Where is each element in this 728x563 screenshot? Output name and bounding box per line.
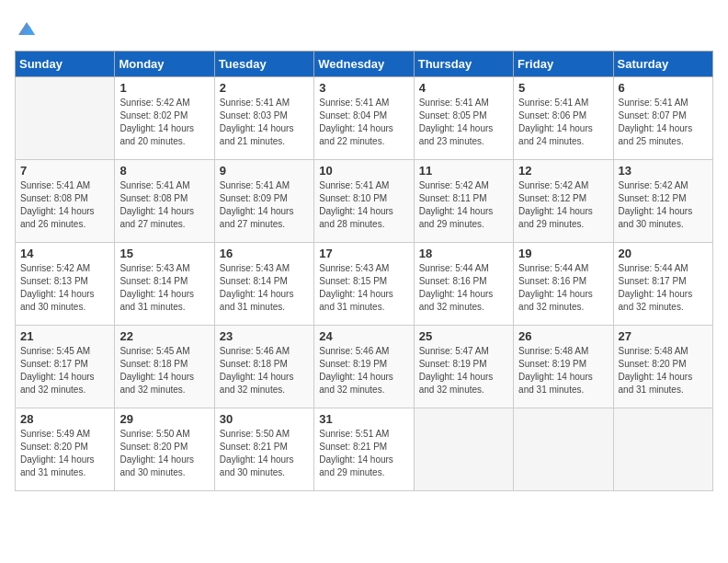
calendar-cell: 11Sunrise: 5:42 AM Sunset: 8:11 PM Dayli… [414, 160, 513, 243]
day-detail: Sunrise: 5:44 AM Sunset: 8:16 PM Dayligh… [419, 262, 508, 314]
day-number: 10 [319, 164, 408, 178]
day-number: 3 [319, 81, 408, 95]
day-detail: Sunrise: 5:42 AM Sunset: 8:12 PM Dayligh… [619, 179, 708, 231]
day-number: 9 [220, 164, 309, 178]
day-number: 7 [20, 164, 109, 178]
day-detail: Sunrise: 5:41 AM Sunset: 8:08 PM Dayligh… [20, 179, 109, 231]
calendar-cell [16, 77, 115, 160]
logo [15, 18, 37, 43]
calendar-header-thursday: Thursday [414, 52, 513, 77]
calendar-week-row: 14Sunrise: 5:42 AM Sunset: 8:13 PM Dayli… [16, 243, 713, 326]
day-number: 19 [518, 247, 608, 260]
calendar-body: 1Sunrise: 5:42 AM Sunset: 8:02 PM Daylig… [16, 77, 713, 491]
calendar-header-friday: Friday [514, 52, 613, 77]
day-number: 29 [119, 412, 209, 426]
calendar-cell: 9Sunrise: 5:41 AM Sunset: 8:09 PM Daylig… [214, 160, 313, 243]
calendar-table: SundayMondayTuesdayWednesdayThursdayFrid… [15, 51, 713, 491]
day-detail: Sunrise: 5:41 AM Sunset: 8:05 PM Dayligh… [419, 97, 508, 148]
calendar-cell: 1Sunrise: 5:42 AM Sunset: 8:02 PM Daylig… [115, 77, 214, 160]
day-number: 12 [518, 164, 608, 178]
day-detail: Sunrise: 5:42 AM Sunset: 8:13 PM Dayligh… [20, 262, 109, 314]
calendar-cell: 31Sunrise: 5:51 AM Sunset: 8:21 PM Dayli… [314, 408, 414, 491]
calendar-cell: 10Sunrise: 5:41 AM Sunset: 8:10 PM Dayli… [314, 160, 414, 243]
calendar-header-monday: Monday [115, 52, 214, 77]
calendar-cell: 25Sunrise: 5:47 AM Sunset: 8:19 PM Dayli… [414, 326, 513, 408]
day-detail: Sunrise: 5:41 AM Sunset: 8:08 PM Dayligh… [119, 179, 209, 231]
day-number: 11 [419, 164, 508, 178]
calendar-cell: 13Sunrise: 5:42 AM Sunset: 8:12 PM Dayli… [613, 160, 712, 243]
day-detail: Sunrise: 5:41 AM Sunset: 8:06 PM Dayligh… [518, 97, 608, 148]
calendar-cell: 23Sunrise: 5:46 AM Sunset: 8:18 PM Dayli… [214, 326, 313, 408]
day-number: 27 [619, 329, 708, 343]
day-detail: Sunrise: 5:48 AM Sunset: 8:20 PM Dayligh… [619, 345, 708, 396]
calendar-cell [613, 408, 712, 491]
day-number: 25 [419, 329, 508, 343]
calendar-cell: 24Sunrise: 5:46 AM Sunset: 8:19 PM Dayli… [314, 326, 414, 408]
calendar-cell: 7Sunrise: 5:41 AM Sunset: 8:08 PM Daylig… [16, 160, 115, 243]
calendar-cell: 22Sunrise: 5:45 AM Sunset: 8:18 PM Dayli… [115, 326, 214, 408]
calendar-cell: 30Sunrise: 5:50 AM Sunset: 8:21 PM Dayli… [214, 408, 313, 491]
day-number: 16 [220, 247, 309, 260]
calendar-header-tuesday: Tuesday [214, 52, 313, 77]
day-number: 8 [119, 164, 209, 178]
calendar-cell: 29Sunrise: 5:50 AM Sunset: 8:20 PM Dayli… [115, 408, 214, 491]
day-number: 13 [619, 164, 708, 178]
day-detail: Sunrise: 5:50 AM Sunset: 8:20 PM Dayligh… [119, 428, 209, 479]
calendar-cell: 6Sunrise: 5:41 AM Sunset: 8:07 PM Daylig… [613, 77, 712, 160]
day-number: 30 [220, 412, 309, 426]
day-detail: Sunrise: 5:42 AM Sunset: 8:02 PM Dayligh… [119, 97, 209, 148]
day-number: 24 [319, 329, 408, 343]
day-detail: Sunrise: 5:41 AM Sunset: 8:04 PM Dayligh… [319, 97, 408, 148]
day-number: 6 [619, 81, 708, 95]
day-number: 31 [319, 412, 408, 426]
logo-icon [17, 18, 37, 39]
day-detail: Sunrise: 5:50 AM Sunset: 8:21 PM Dayligh… [220, 428, 309, 479]
calendar-week-row: 1Sunrise: 5:42 AM Sunset: 8:02 PM Daylig… [16, 77, 713, 160]
day-number: 28 [20, 412, 109, 426]
calendar-cell: 17Sunrise: 5:43 AM Sunset: 8:15 PM Dayli… [314, 243, 414, 326]
day-detail: Sunrise: 5:46 AM Sunset: 8:19 PM Dayligh… [319, 345, 408, 396]
calendar-cell: 2Sunrise: 5:41 AM Sunset: 8:03 PM Daylig… [214, 77, 313, 160]
day-detail: Sunrise: 5:48 AM Sunset: 8:19 PM Dayligh… [518, 345, 608, 396]
calendar-cell: 28Sunrise: 5:49 AM Sunset: 8:20 PM Dayli… [16, 408, 115, 491]
calendar-cell: 18Sunrise: 5:44 AM Sunset: 8:16 PM Dayli… [414, 243, 513, 326]
calendar-cell: 8Sunrise: 5:41 AM Sunset: 8:08 PM Daylig… [115, 160, 214, 243]
day-detail: Sunrise: 5:46 AM Sunset: 8:18 PM Dayligh… [220, 345, 309, 396]
day-number: 17 [319, 247, 408, 260]
calendar-week-row: 7Sunrise: 5:41 AM Sunset: 8:08 PM Daylig… [16, 160, 713, 243]
calendar-cell: 14Sunrise: 5:42 AM Sunset: 8:13 PM Dayli… [16, 243, 115, 326]
day-number: 1 [119, 81, 209, 95]
day-detail: Sunrise: 5:49 AM Sunset: 8:20 PM Dayligh… [20, 428, 109, 479]
day-number: 14 [20, 247, 109, 260]
day-number: 5 [518, 81, 608, 95]
calendar-cell: 15Sunrise: 5:43 AM Sunset: 8:14 PM Dayli… [115, 243, 214, 326]
calendar-cell [514, 408, 613, 491]
calendar-cell: 16Sunrise: 5:43 AM Sunset: 8:14 PM Dayli… [214, 243, 313, 326]
calendar-cell: 3Sunrise: 5:41 AM Sunset: 8:04 PM Daylig… [314, 77, 414, 160]
day-detail: Sunrise: 5:41 AM Sunset: 8:03 PM Dayligh… [220, 97, 309, 148]
day-number: 2 [220, 81, 309, 95]
calendar-week-row: 28Sunrise: 5:49 AM Sunset: 8:20 PM Dayli… [16, 408, 713, 491]
calendar-cell: 5Sunrise: 5:41 AM Sunset: 8:06 PM Daylig… [514, 77, 613, 160]
day-detail: Sunrise: 5:47 AM Sunset: 8:19 PM Dayligh… [419, 345, 508, 396]
day-number: 26 [518, 329, 608, 343]
day-detail: Sunrise: 5:42 AM Sunset: 8:12 PM Dayligh… [518, 179, 608, 231]
day-detail: Sunrise: 5:43 AM Sunset: 8:14 PM Dayligh… [220, 262, 309, 314]
calendar-cell: 19Sunrise: 5:44 AM Sunset: 8:16 PM Dayli… [514, 243, 613, 326]
calendar-cell: 21Sunrise: 5:45 AM Sunset: 8:17 PM Dayli… [16, 326, 115, 408]
day-number: 21 [20, 329, 109, 343]
day-detail: Sunrise: 5:42 AM Sunset: 8:11 PM Dayligh… [419, 179, 508, 231]
day-detail: Sunrise: 5:44 AM Sunset: 8:17 PM Dayligh… [619, 262, 708, 314]
day-detail: Sunrise: 5:41 AM Sunset: 8:10 PM Dayligh… [319, 179, 408, 231]
day-detail: Sunrise: 5:45 AM Sunset: 8:18 PM Dayligh… [119, 345, 209, 396]
calendar-cell: 12Sunrise: 5:42 AM Sunset: 8:12 PM Dayli… [514, 160, 613, 243]
day-detail: Sunrise: 5:43 AM Sunset: 8:14 PM Dayligh… [119, 262, 209, 314]
day-detail: Sunrise: 5:43 AM Sunset: 8:15 PM Dayligh… [319, 262, 408, 314]
day-number: 15 [119, 247, 209, 260]
day-detail: Sunrise: 5:41 AM Sunset: 8:09 PM Dayligh… [220, 179, 309, 231]
calendar-header-saturday: Saturday [613, 52, 712, 77]
calendar-cell: 27Sunrise: 5:48 AM Sunset: 8:20 PM Dayli… [613, 326, 712, 408]
calendar-cell: 20Sunrise: 5:44 AM Sunset: 8:17 PM Dayli… [613, 243, 712, 326]
day-detail: Sunrise: 5:44 AM Sunset: 8:16 PM Dayligh… [518, 262, 608, 314]
page-header [15, 15, 713, 43]
